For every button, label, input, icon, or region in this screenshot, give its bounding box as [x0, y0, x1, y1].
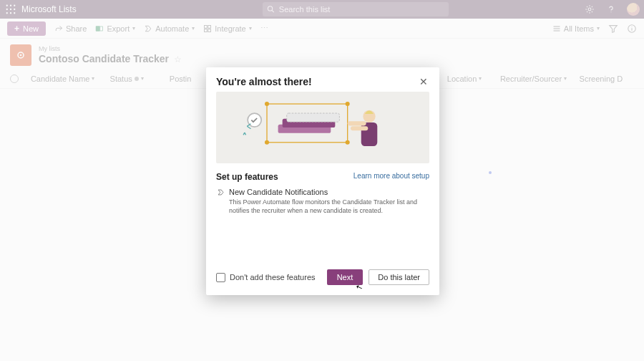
modal-hero-image	[216, 92, 429, 163]
learn-more-link[interactable]: Learn more about setup	[353, 172, 429, 182]
checkbox-icon	[216, 273, 225, 282]
feature-name: New Candidate Notifications	[229, 188, 328, 196]
dont-add-checkbox[interactable]: Don't add these features	[216, 273, 316, 282]
feature-description: This Power Automate flow monitors the Ca…	[229, 198, 429, 215]
svg-rect-38	[348, 121, 366, 125]
svg-rect-37	[361, 122, 378, 146]
svg-point-31	[346, 140, 350, 145]
svg-point-28	[265, 102, 269, 106]
svg-rect-39	[351, 126, 368, 130]
next-label: Next	[337, 273, 353, 281]
section-title: Set up features	[216, 172, 278, 182]
modal-title: You're almost there!	[216, 76, 312, 87]
setup-modal: You're almost there! ✕ Set up features L…	[206, 67, 439, 295]
svg-point-29	[346, 102, 350, 106]
do-later-button[interactable]: Do this later	[369, 269, 429, 285]
svg-rect-35	[287, 113, 340, 122]
flow-icon	[216, 188, 225, 196]
feature-item: New Candidate Notifications This Power A…	[206, 182, 439, 215]
next-button[interactable]: Next	[327, 269, 364, 285]
svg-point-30	[265, 140, 269, 145]
later-label: Do this later	[378, 273, 420, 281]
close-icon[interactable]: ✕	[418, 76, 429, 87]
dont-add-label: Don't add these features	[230, 273, 316, 281]
